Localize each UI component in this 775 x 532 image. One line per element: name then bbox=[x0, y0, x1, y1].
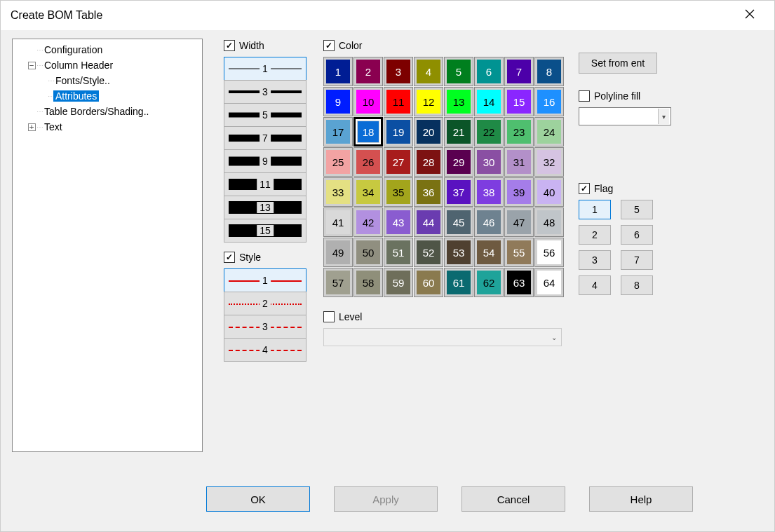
color-swatch[interactable]: 36 bbox=[414, 177, 443, 207]
width-option[interactable]: 11 bbox=[224, 172, 306, 196]
color-swatch[interactable]: 4 bbox=[414, 57, 443, 86]
color-swatch[interactable]: 39 bbox=[504, 177, 534, 207]
color-swatch[interactable]: 31 bbox=[504, 147, 534, 177]
flag-checkbox-row[interactable]: Flag bbox=[579, 182, 674, 196]
apply-button[interactable]: Apply bbox=[334, 486, 438, 512]
color-swatch[interactable]: 3 bbox=[384, 57, 413, 86]
flag-option[interactable]: 1 bbox=[579, 200, 611, 219]
color-swatch[interactable]: 17 bbox=[323, 117, 353, 146]
color-swatch[interactable]: 37 bbox=[444, 177, 473, 207]
tree-item-label[interactable]: Table Borders/Shading.. bbox=[42, 106, 151, 117]
flag-option[interactable]: 8 bbox=[621, 275, 653, 295]
color-swatch[interactable]: 30 bbox=[474, 147, 504, 177]
tree-item[interactable]: ⋯Table Borders/Shading.. bbox=[15, 104, 199, 119]
color-swatch[interactable]: 9 bbox=[323, 87, 353, 116]
level-checkbox[interactable] bbox=[323, 311, 335, 322]
color-swatch[interactable]: 7 bbox=[504, 57, 534, 86]
tree-item[interactable]: +⋯Text bbox=[15, 119, 199, 135]
color-swatch[interactable]: 26 bbox=[353, 147, 383, 177]
tree-item[interactable]: −⋯Column Header bbox=[15, 57, 199, 73]
color-swatch[interactable]: 60 bbox=[414, 268, 443, 297]
color-swatch[interactable]: 50 bbox=[353, 238, 383, 267]
tree-expander[interactable] bbox=[27, 107, 36, 116]
color-swatch[interactable]: 34 bbox=[353, 177, 383, 207]
color-swatch[interactable]: 49 bbox=[323, 238, 353, 267]
color-swatch[interactable]: 53 bbox=[444, 238, 473, 267]
style-option[interactable]: 3 bbox=[224, 315, 306, 339]
color-swatch[interactable]: 58 bbox=[353, 268, 383, 297]
style-option[interactable]: 2 bbox=[224, 292, 306, 315]
polyline-fill-checkbox[interactable] bbox=[579, 90, 590, 102]
color-swatch[interactable]: 12 bbox=[414, 87, 443, 116]
style-checkbox-row[interactable]: Style bbox=[224, 250, 306, 264]
color-swatch[interactable]: 45 bbox=[444, 207, 473, 237]
color-swatch[interactable]: 43 bbox=[384, 207, 413, 237]
level-combo[interactable]: ⌄ bbox=[323, 328, 562, 346]
color-swatch[interactable]: 40 bbox=[534, 177, 564, 207]
color-checkbox[interactable] bbox=[323, 40, 335, 51]
flag-option[interactable]: 3 bbox=[579, 250, 611, 270]
color-swatch[interactable]: 44 bbox=[414, 207, 443, 237]
tree-panel[interactable]: ⋯Configuration−⋯Column Header ⋯Fonts/Sty… bbox=[12, 39, 203, 452]
tree-item-label[interactable]: Attributes bbox=[53, 90, 99, 102]
color-swatch[interactable]: 51 bbox=[384, 238, 413, 267]
color-swatch[interactable]: 8 bbox=[534, 57, 564, 86]
tree-expander[interactable] bbox=[38, 92, 48, 100]
color-swatch[interactable]: 41 bbox=[323, 207, 353, 237]
color-swatch[interactable]: 57 bbox=[323, 268, 353, 297]
style-checkbox[interactable] bbox=[224, 252, 235, 263]
color-swatch[interactable]: 48 bbox=[534, 207, 564, 237]
color-swatch[interactable]: 28 bbox=[414, 147, 443, 177]
color-swatch[interactable]: 29 bbox=[444, 147, 473, 177]
flag-option[interactable]: 7 bbox=[621, 250, 653, 270]
color-swatch[interactable]: 63 bbox=[504, 268, 534, 297]
tree-item-label[interactable]: Configuration bbox=[42, 44, 105, 55]
color-swatch[interactable]: 59 bbox=[384, 268, 413, 297]
close-button[interactable] bbox=[735, 1, 764, 30]
color-swatch[interactable]: 64 bbox=[534, 268, 564, 297]
color-swatch[interactable]: 23 bbox=[504, 117, 534, 146]
width-option[interactable]: 9 bbox=[224, 149, 306, 173]
tree-item-label[interactable]: Fonts/Style.. bbox=[53, 75, 112, 86]
color-swatch[interactable]: 14 bbox=[474, 87, 504, 116]
color-swatch[interactable]: 10 bbox=[353, 87, 383, 116]
color-swatch[interactable]: 22 bbox=[474, 117, 504, 146]
color-swatch[interactable]: 11 bbox=[384, 87, 413, 116]
color-swatch[interactable]: 25 bbox=[323, 147, 353, 177]
width-option[interactable]: 3 bbox=[224, 80, 306, 104]
tree-item-label[interactable]: Column Header bbox=[42, 60, 115, 71]
flag-option[interactable]: 5 bbox=[621, 200, 653, 219]
flag-checkbox[interactable] bbox=[579, 183, 590, 194]
tree-item-label[interactable]: Text bbox=[42, 121, 65, 132]
color-swatch[interactable]: 21 bbox=[444, 117, 473, 146]
color-swatch[interactable]: 52 bbox=[414, 238, 443, 267]
width-option[interactable]: 1 bbox=[224, 57, 306, 81]
color-swatch[interactable]: 15 bbox=[504, 87, 534, 116]
color-swatch[interactable]: 24 bbox=[534, 117, 564, 146]
style-option[interactable]: 4 bbox=[224, 338, 306, 362]
color-swatch[interactable]: 20 bbox=[414, 117, 443, 146]
color-swatch[interactable]: 27 bbox=[384, 147, 413, 177]
tree-expander[interactable] bbox=[27, 46, 36, 54]
color-swatch[interactable]: 16 bbox=[534, 87, 564, 116]
width-option[interactable]: 13 bbox=[224, 196, 306, 219]
width-option[interactable]: 15 bbox=[224, 219, 306, 243]
level-checkbox-row[interactable]: Level bbox=[323, 310, 562, 324]
color-swatch[interactable]: 56 bbox=[534, 238, 564, 267]
tree-expander[interactable] bbox=[38, 76, 48, 85]
color-swatch[interactable]: 61 bbox=[444, 268, 473, 297]
ok-button[interactable]: OK bbox=[206, 486, 310, 512]
width-option[interactable]: 5 bbox=[224, 103, 306, 127]
color-swatch[interactable]: 6 bbox=[474, 57, 504, 86]
polyline-fill-combo[interactable]: ▾ bbox=[579, 107, 671, 125]
color-swatch[interactable]: 19 bbox=[384, 117, 413, 146]
polyline-fill-checkbox-row[interactable]: Polyline fill bbox=[579, 89, 674, 103]
width-checkbox[interactable] bbox=[224, 40, 235, 51]
cancel-button[interactable]: Cancel bbox=[461, 486, 565, 512]
color-swatch[interactable]: 38 bbox=[474, 177, 504, 207]
style-option[interactable]: 1 bbox=[224, 268, 306, 292]
color-swatch[interactable]: 42 bbox=[353, 207, 383, 237]
tree-expander[interactable]: − bbox=[27, 62, 36, 69]
color-swatch[interactable]: 1 bbox=[323, 57, 353, 86]
color-swatch[interactable]: 54 bbox=[474, 238, 504, 267]
